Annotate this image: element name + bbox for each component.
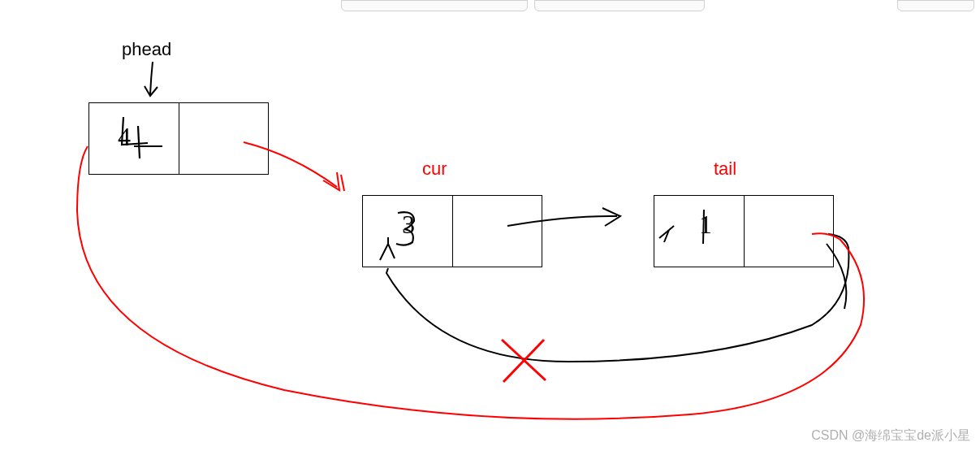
toolbar-fragment-3 <box>897 0 974 11</box>
curve-phead-to-tail-red <box>77 146 864 419</box>
node-phead-value: 4 <box>118 122 131 152</box>
node-phead-divider <box>179 103 179 174</box>
node-tail-value: 1 <box>699 210 712 240</box>
arrow-phead-down <box>145 62 158 96</box>
label-tail: tail <box>714 158 736 180</box>
node-cur-value: 3 <box>402 210 415 240</box>
label-cur: cur <box>422 158 447 180</box>
node-tail-divider <box>744 196 745 267</box>
label-phead: phead <box>122 39 171 60</box>
toolbar-fragment-2 <box>534 0 705 11</box>
node-cur-divider <box>452 196 453 267</box>
toolbar-fragment-1 <box>341 0 528 11</box>
red-x-mark <box>502 340 546 382</box>
node-cur <box>362 195 542 267</box>
watermark: CSDN @海绵宝宝de派小星 <box>811 427 970 444</box>
node-tail <box>654 195 834 267</box>
node-phead <box>89 102 269 175</box>
